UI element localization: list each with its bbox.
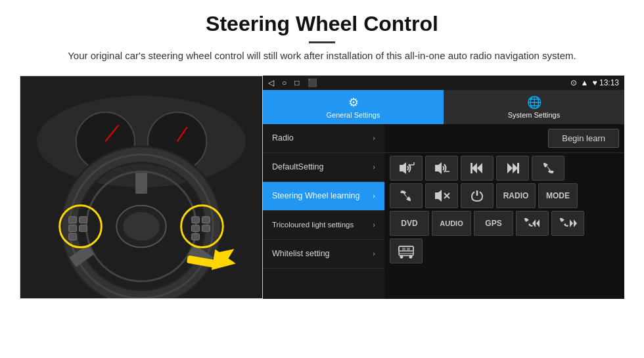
chevron-icon-default: › (373, 163, 375, 171)
svg-rect-19 (80, 225, 87, 231)
bus-icon (396, 241, 416, 261)
svg-marker-45 (536, 219, 540, 227)
svg-rect-17 (80, 216, 87, 223)
whitelist-icon-button[interactable] (390, 238, 423, 263)
next-track-icon (505, 162, 520, 175)
control-row-3: DVD AUDIO GPS (390, 211, 619, 236)
power-icon (470, 189, 484, 203)
back-nav-icon[interactable]: ◁ (268, 78, 274, 87)
clock: ♥ 13:13 (593, 78, 620, 87)
svg-rect-18 (69, 225, 77, 231)
svg-rect-23 (202, 216, 210, 223)
left-menu: Radio › DefaultSetting › Steering Wheel … (263, 124, 384, 299)
svg-point-50 (400, 255, 403, 258)
menu-item-default[interactable]: DefaultSetting › (263, 153, 384, 182)
location-icon: ⊙ (570, 78, 577, 87)
main-content: ◁ ○ □ ⬛ ⊙ ▲ ♥ 13:13 ⚙ General Settings 🌐… (0, 76, 644, 299)
svg-marker-33 (435, 162, 442, 174)
svg-marker-41 (435, 190, 442, 202)
mute-button[interactable] (425, 183, 458, 208)
gps-text-button[interactable]: GPS (474, 211, 513, 236)
svg-rect-25 (202, 225, 210, 231)
phone-next-button[interactable] (551, 211, 584, 236)
svg-point-51 (409, 255, 413, 258)
svg-rect-26 (192, 233, 200, 240)
system-settings-icon: 🌐 (527, 95, 541, 110)
steering-wheel-image (20, 76, 262, 298)
tab-system-settings[interactable]: 🌐 System Settings (444, 90, 624, 124)
phone-answer-button[interactable] (532, 156, 564, 181)
begin-learn-button[interactable]: Begin learn (548, 129, 619, 148)
svg-rect-49 (399, 246, 413, 251)
svg-marker-35 (472, 163, 477, 173)
tab-general-settings[interactable]: ⚙ General Settings (263, 90, 444, 124)
prev-track-button[interactable] (461, 156, 494, 181)
vol-up-button[interactable] (390, 156, 423, 181)
vol-down-button[interactable] (425, 156, 458, 181)
control-grid: RADIO MODE DVD AUDIO GPS (384, 153, 624, 266)
nav-icons: ◁ ○ □ ⬛ (268, 78, 317, 87)
right-panel: Begin learn (384, 124, 624, 299)
audio-text-button[interactable]: AUDIO (432, 211, 471, 236)
chevron-icon-radio: › (373, 134, 375, 142)
menu-item-whitelist[interactable]: Whitelist setting › (263, 240, 384, 269)
prev-track-icon (469, 162, 485, 175)
mute-icon (432, 189, 451, 203)
page-header: Steering Wheel Control Your original car… (0, 0, 644, 70)
svg-rect-37 (471, 163, 472, 173)
tab-system-label: System Settings (508, 111, 560, 119)
radio-text-button[interactable]: RADIO (496, 183, 536, 208)
svg-rect-54 (407, 248, 410, 250)
svg-rect-22 (192, 216, 200, 223)
phone-next-icon (558, 217, 578, 230)
svg-rect-53 (402, 248, 405, 250)
svg-marker-46 (570, 219, 573, 227)
svg-rect-40 (517, 163, 519, 173)
menu-item-steering[interactable]: Steering Wheel learning › (263, 182, 384, 211)
svg-rect-16 (69, 216, 77, 223)
title-divider (309, 41, 335, 43)
begin-learn-row: Begin learn (384, 124, 624, 153)
vol-up-icon (397, 161, 415, 175)
hang-up-button[interactable] (390, 183, 423, 208)
home-nav-icon[interactable]: ○ (282, 78, 287, 87)
wifi-icon: ▲ (581, 78, 589, 87)
menu-item-tricoloured[interactable]: Tricoloured light settings › (263, 211, 384, 240)
svg-rect-20 (69, 233, 77, 240)
general-settings-icon: ⚙ (348, 95, 359, 110)
svg-marker-30 (400, 162, 406, 174)
svg-marker-39 (513, 163, 518, 173)
chevron-icon-whitelist: › (373, 250, 375, 257)
chevron-icon-tricoloured: › (373, 221, 375, 229)
screenshot-icon[interactable]: ⬛ (308, 78, 317, 87)
svg-marker-44 (532, 219, 536, 227)
phone-prev-button[interactable] (516, 211, 549, 236)
control-row-1 (390, 156, 619, 181)
phone-prev-icon (522, 217, 542, 230)
page-description: Your original car's steering wheel contr… (39, 49, 605, 64)
whitelist-icon-row (390, 238, 619, 263)
chevron-icon-steering: › (373, 192, 375, 200)
dvd-text-button[interactable]: DVD (390, 211, 429, 236)
control-row-2: RADIO MODE (390, 183, 619, 208)
svg-marker-47 (574, 219, 577, 227)
power-button[interactable] (461, 183, 494, 208)
tab-general-label: General Settings (327, 111, 380, 119)
status-info: ⊙ ▲ ♥ 13:13 (570, 78, 619, 87)
hang-up-icon (398, 189, 414, 203)
tab-bar: ⚙ General Settings 🌐 System Settings (263, 90, 624, 124)
recents-nav-icon[interactable]: □ (294, 78, 299, 87)
status-bar: ◁ ○ □ ⬛ ⊙ ▲ ♥ 13:13 (263, 76, 624, 90)
mode-text-button[interactable]: MODE (538, 183, 578, 208)
phone-icon (540, 161, 556, 175)
svg-marker-36 (477, 163, 482, 173)
page-title: Steering Wheel Control (39, 12, 605, 36)
svg-point-14 (123, 212, 160, 240)
next-track-button[interactable] (496, 156, 529, 181)
car-image-area (20, 76, 263, 299)
svg-rect-24 (192, 225, 200, 231)
android-screen: ◁ ○ □ ⬛ ⊙ ▲ ♥ 13:13 ⚙ General Settings 🌐… (263, 76, 624, 299)
settings-content: Radio › DefaultSetting › Steering Wheel … (263, 124, 624, 299)
vol-down-icon (432, 161, 451, 175)
menu-item-radio[interactable]: Radio › (263, 124, 384, 153)
